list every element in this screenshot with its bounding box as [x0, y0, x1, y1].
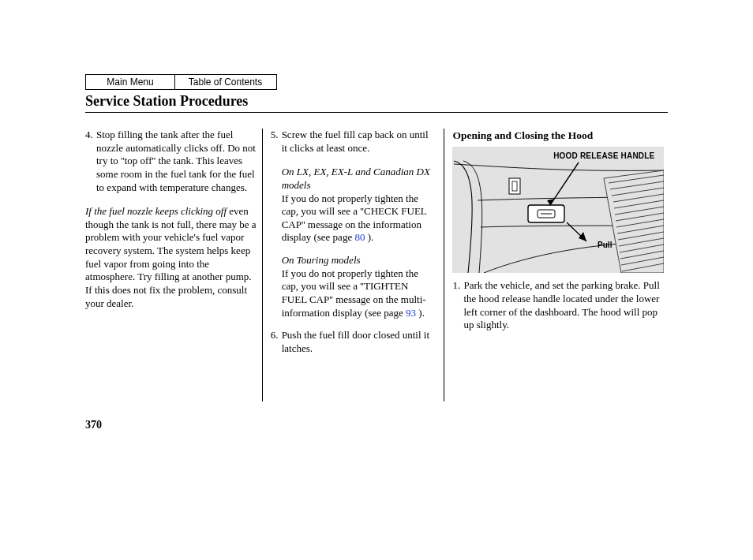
hood-release-figure: HOOD RELEASE HANDLE	[452, 147, 664, 273]
step-number: 5.	[271, 129, 282, 155]
step-text: Stop filling the tank after the fuel noz…	[96, 129, 257, 194]
step-number: 6.	[271, 329, 282, 355]
variant-text-b: ).	[416, 307, 425, 319]
variant-label: On LX, EX, EX-L and Canadian DX models	[282, 166, 436, 192]
variant-lx-block: On LX, EX, EX-L and Canadian DX models I…	[282, 166, 436, 245]
step-number: 4.	[85, 129, 96, 194]
variant-text-a: If you do not properly tighten the cap, …	[282, 267, 426, 319]
main-menu-button[interactable]: Main Menu	[85, 74, 175, 90]
variant-text: If you do not properly tighten the cap, …	[282, 267, 436, 320]
toc-button[interactable]: Table of Contents	[174, 74, 277, 90]
step-5: 5. Screw the fuel fill cap back on until…	[271, 129, 436, 155]
fuel-nozzle-note: If the fuel nozzle keeps clicking off ev…	[85, 205, 257, 310]
figure-pull-label: Pull	[598, 241, 612, 251]
note-lead: If the fuel nozzle keeps clicking off	[85, 205, 227, 217]
page-link-93[interactable]: 93	[406, 307, 416, 319]
step-text: Park the vehicle, and set the parking br…	[463, 279, 668, 332]
hood-subhead: Opening and Closing the Hood	[452, 129, 668, 142]
page-number: 370	[85, 419, 668, 431]
page-link-80[interactable]: 80	[354, 231, 365, 243]
svg-rect-0	[509, 178, 520, 194]
nav-buttons: Main Menu Table of Contents	[85, 74, 668, 90]
step-number: 1.	[452, 279, 463, 332]
svg-marker-8	[579, 232, 586, 241]
note-rest: even though the tank is not full, there …	[85, 205, 257, 308]
step-text: Push the fuel fill door closed until it …	[282, 329, 436, 355]
hood-release-illustration	[452, 147, 664, 273]
column-1: 4. Stop filling the tank after the fuel …	[85, 129, 262, 401]
column-2: 5. Screw the fuel fill cap back on until…	[262, 129, 444, 401]
page-title: Service Station Procedures	[85, 93, 668, 110]
step-6: 6. Push the fuel fill door closed until …	[271, 329, 436, 355]
content-columns: 4. Stop filling the tank after the fuel …	[85, 129, 668, 401]
step-4: 4. Stop filling the tank after the fuel …	[85, 129, 257, 194]
svg-line-5	[550, 162, 579, 205]
hood-step-1: 1. Park the vehicle, and set the parking…	[452, 279, 668, 332]
figure-label: HOOD RELEASE HANDLE	[553, 151, 654, 162]
step-text: Screw the fuel fill cap back on until it…	[282, 129, 436, 155]
variant-label: On Touring models	[282, 254, 436, 267]
variant-touring-block: On Touring models If you do not properly…	[282, 254, 436, 319]
column-3: Opening and Closing the Hood HOOD RELEAS…	[444, 129, 668, 401]
title-rule	[85, 112, 668, 113]
variant-text-b: ).	[365, 231, 373, 243]
variant-text: If you do not properly tighten the cap, …	[282, 192, 436, 245]
